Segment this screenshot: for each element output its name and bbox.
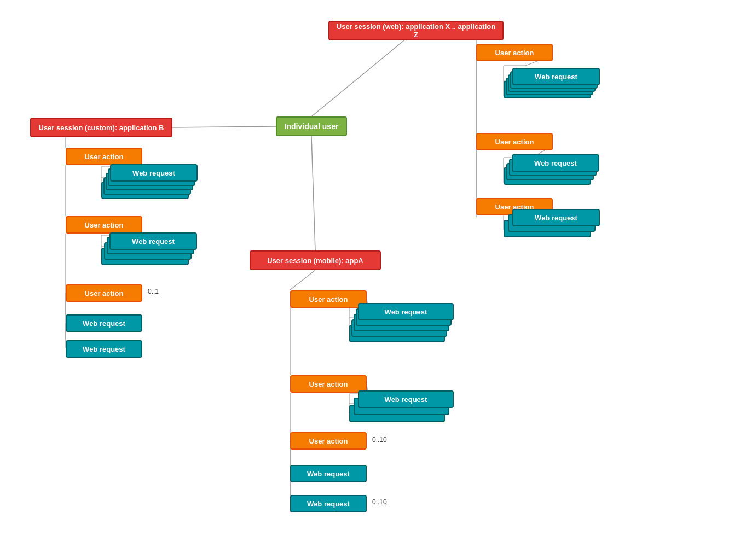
mobile-stack1-box1: Web request (358, 303, 454, 320)
svg-line-1 (172, 126, 276, 127)
web-stack3-group: Web request (504, 209, 602, 242)
individual-user-node: Individual user (276, 116, 347, 136)
mobile-wr2-multiplicity: 0..10 (372, 498, 387, 506)
custom-stack2-group: Web request (101, 232, 200, 271)
session-web-label: User session (web): application X .. app… (334, 22, 498, 39)
mobile-ua3-node: User action (290, 432, 367, 450)
svg-line-0 (311, 31, 416, 116)
web-stack2-box1: Web request (512, 154, 599, 172)
mobile-wr2-node: Web request (290, 495, 367, 512)
session-mobile-label: User session (mobile): appA (267, 256, 363, 265)
session-custom-label: User session (custom): application B (39, 124, 164, 132)
web-stack3-box1: Web request (512, 209, 600, 226)
web-ua1-node: User action (476, 44, 553, 61)
session-custom-node: User session (custom): application B (30, 118, 172, 137)
custom-stack2-box1: Web request (109, 232, 197, 250)
custom-stack1-box1: Web request (110, 164, 198, 182)
mobile-stack2-group: Web request (349, 390, 459, 429)
custom-wr1-node: Web request (66, 314, 142, 332)
web-stack2-group: Web request (504, 154, 602, 192)
custom-stack1-group: Web request (101, 164, 200, 208)
session-mobile-node: User session (mobile): appA (250, 250, 381, 270)
diagram-lines (0, 0, 740, 560)
mobile-wr1-node: Web request (290, 465, 367, 482)
individual-user-label: Individual user (285, 122, 339, 131)
custom-ua3-node: User action (66, 284, 142, 302)
custom-wr2-node: Web request (66, 340, 142, 358)
custom-ua1-node: User action (66, 148, 142, 165)
svg-line-2 (311, 136, 315, 250)
svg-line-42 (290, 270, 315, 290)
mobile-ua3-multiplicity: 0..10 (372, 436, 387, 444)
custom-ua3-multiplicity: 0..1 (148, 288, 159, 295)
web-stack1-box1: Web request (512, 68, 600, 85)
mobile-stack2-box1: Web request (358, 390, 454, 408)
mobile-stack1-group: Web request (349, 303, 459, 352)
session-web-node: User session (web): application X .. app… (328, 21, 504, 40)
custom-ua2-node: User action (66, 216, 142, 234)
web-ua2-node: User action (476, 133, 553, 150)
diagram-canvas: Individual user User session (web): appl… (0, 0, 740, 560)
web-stack1-group: Web request (504, 66, 602, 109)
